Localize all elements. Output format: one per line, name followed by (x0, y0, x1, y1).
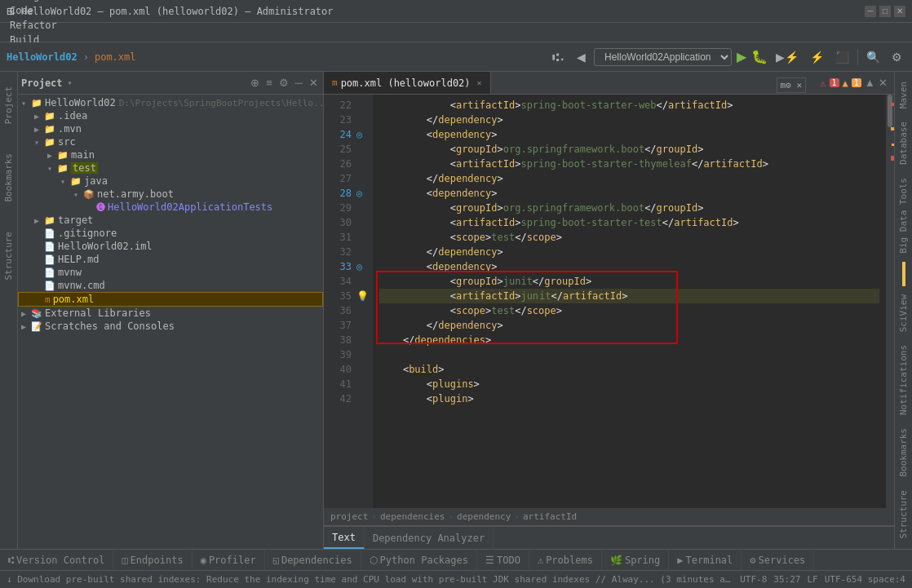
bottom-tab-profiler[interactable]: ◉ Profiler (193, 550, 265, 570)
close-button[interactable]: ✕ (894, 6, 905, 17)
window-controls: ─ □ ✕ (865, 6, 905, 17)
bottom-tab-terminal[interactable]: ▶ Terminal (669, 550, 742, 570)
tree-item-scratches[interactable]: ▶ 📝 Scratches and Consoles (18, 320, 323, 333)
tag: plugin (432, 391, 467, 406)
tree-item-idea[interactable]: ▶ 📁 .idea (18, 109, 323, 122)
bottom-tab-endpoints[interactable]: ◫ Endpoints (113, 550, 192, 570)
coverage-button[interactable]: ▶⚡ (773, 49, 802, 65)
breadcrumb-dependency[interactable]: dependency (457, 511, 511, 522)
bracket: </ (657, 98, 668, 113)
dep-tab-label: Dependency Analyzer (373, 533, 485, 544)
tree-item-gitignore[interactable]: 📄 .gitignore (18, 227, 323, 240)
breadcrumb-artifactid[interactable]: artifactId (523, 511, 577, 522)
close-editor-btn[interactable]: ✕ (879, 77, 888, 89)
scrollbar-right[interactable] (886, 95, 894, 508)
bracket: < (379, 201, 456, 215)
bracket: > (515, 289, 520, 303)
minimize-editor-btn[interactable]: ▲ (865, 77, 875, 89)
bracket: > (498, 171, 503, 186)
bottom-tab-todo[interactable]: ☰ TODO (477, 550, 529, 570)
yellow-indicator (902, 262, 905, 286)
breadcrumb-dependencies[interactable]: dependencies (380, 511, 445, 522)
bracket: < (379, 289, 456, 303)
bottom-tab-spring[interactable]: 🌿 Spring (602, 550, 669, 570)
main-content: Project Bookmarks Structure Project ▾ ⊕ … (0, 72, 912, 549)
bottom-tab-problems[interactable]: ⚠ Problems (529, 550, 602, 570)
breadcrumb-project[interactable]: project (330, 511, 368, 522)
tree-item-mvn[interactable]: ▶ 📁 .mvn (18, 122, 323, 135)
bottom-tab-python[interactable]: ⬡ Python Packages (361, 550, 477, 570)
debug-button[interactable]: 🐛 (751, 49, 768, 64)
maven-icon: m⚙ (781, 80, 791, 91)
tree-item-pomxml[interactable]: m pom.xml (18, 292, 323, 307)
side-tab-bigdata[interactable]: Big Data Tools (897, 171, 910, 260)
tag: groupId (456, 274, 498, 289)
side-tab-database[interactable]: Database (897, 115, 910, 171)
folder-icon: 📁 (44, 124, 55, 135)
menu-item-code[interactable]: Code (3, 3, 64, 18)
run-button[interactable]: ▶ (737, 49, 746, 64)
maximize-button[interactable]: □ (879, 6, 891, 17)
tree-item-src[interactable]: ▾ 📁 src (18, 135, 323, 148)
content-tab-dep-analyzer[interactable]: Dependency Analyzer (365, 527, 494, 549)
tree-item-mvnwcmd[interactable]: 📄 mvnw.cmd (18, 279, 323, 292)
tree-item-target[interactable]: ▶ 📁 target (18, 214, 323, 227)
tab-pomxml[interactable]: m pom.xml (helloworld02) ✕ (324, 72, 491, 94)
profile-button[interactable]: ⚡ (807, 49, 827, 65)
bottom-tab-services[interactable]: ⚙ Services (742, 550, 814, 570)
side-right-panel: Maven Database Big Data Tools SciView No… (894, 72, 912, 549)
menu-item-refactor[interactable]: Refactor (3, 18, 64, 33)
side-tab-structure-right[interactable]: Structure (897, 484, 910, 546)
tree-item-iml[interactable]: 📄 HelloWorld02.iml (18, 240, 323, 253)
folder-icon: 📁 (44, 137, 55, 148)
stop-button[interactable]: ⬛ (832, 49, 852, 65)
tree-item-netarmyboot[interactable]: ▾ 📦 net.army.boot (18, 188, 323, 201)
bottom-tab-vc[interactable]: ⑆ Version Control (0, 550, 113, 570)
tag: groupId (456, 142, 498, 157)
side-tab-bookmarks-right[interactable]: Bookmarks (897, 422, 910, 484)
tab-close-icon[interactable]: ✕ (477, 78, 482, 87)
side-tab-structure[interactable]: Structure (2, 225, 15, 287)
maven-close[interactable]: ✕ (796, 80, 802, 91)
tree-item-mvnw[interactable]: 📄 mvnw (18, 266, 323, 279)
panel-btn-4[interactable]: ─ (294, 75, 304, 91)
settings-button[interactable]: ⚙ (888, 49, 905, 65)
side-tab-project[interactable]: Project (2, 80, 15, 130)
panel-btn-2[interactable]: ≡ (264, 75, 274, 91)
side-tab-maven[interactable]: Maven (897, 75, 910, 115)
toolbar-sep (857, 49, 858, 65)
tree-item-java[interactable]: ▾ 📁 java (18, 175, 323, 188)
tree-item-main[interactable]: ▶ 📁 main (18, 148, 323, 161)
code-editor[interactable]: 22 23 24 25 26 27 28 29 30 31 32 33 34 3… (324, 95, 894, 508)
minimize-button[interactable]: ─ (865, 6, 876, 17)
tree-item-extlibs[interactable]: ▶ 📚 External Libraries (18, 307, 323, 320)
back-button[interactable]: ◀ (573, 49, 589, 65)
tree-item-helloworld02[interactable]: ▾ 📁 HelloWorld02 D:\Projects\SpringBootP… (18, 96, 323, 109)
panel-btn-3[interactable]: ⚙ (277, 75, 290, 91)
extlib-icon: 📚 (31, 308, 42, 319)
tree-label: target (58, 214, 93, 226)
side-tab-bookmarks[interactable]: Bookmarks (2, 147, 15, 209)
tree-item-apptests[interactable]: 🅒 HelloWorld02ApplicationTests (18, 201, 323, 214)
tree-arrow-icon: ▾ (73, 190, 83, 199)
tree-arrow-icon: ▶ (34, 216, 44, 225)
side-tab-sciview[interactable]: SciView (897, 288, 910, 338)
breadcrumb: project › dependencies › dependency › ar… (324, 508, 894, 526)
bracket: > (474, 377, 480, 391)
code-content[interactable]: ────→ <artifactId>spring-boot-starter-we… (373, 95, 886, 508)
search-button[interactable]: 🔍 (863, 49, 883, 65)
content-tab-text[interactable]: Text (324, 527, 365, 549)
side-tab-notifications[interactable]: Notifications (897, 338, 910, 422)
run-config-select[interactable]: HelloWorld02Application (594, 48, 732, 66)
bracket: </ (662, 215, 674, 230)
bottom-tab-deps[interactable]: ◱ Dependencies (265, 550, 361, 570)
tag: dependency (432, 259, 491, 274)
git-button[interactable]: ⑆▾ (549, 49, 569, 65)
panel-btn-1[interactable]: ⊕ (249, 75, 261, 91)
panel-close[interactable]: ✕ (308, 75, 320, 91)
bracket: </ (692, 157, 703, 171)
tree-item-test[interactable]: ▾ 📁 test (18, 161, 323, 175)
bracket: </ (551, 289, 563, 303)
package-icon: 📦 (83, 189, 95, 200)
tree-item-help[interactable]: 📄 HELP.md (18, 253, 323, 266)
